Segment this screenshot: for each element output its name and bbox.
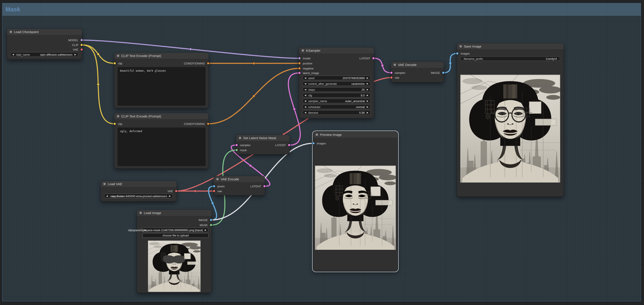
node-clip-text-encode-positive[interactable]: CLIP Text Encode (Prompt) clip CONDITION… — [114, 53, 208, 108]
arrow-right-icon[interactable]: ▶ — [367, 100, 368, 102]
cfg-widget[interactable]: ◀ cfg 8.0 ▶ — [302, 93, 370, 98]
output-slot-mask[interactable]: MASK — [200, 223, 212, 226]
node-load-checkpoint[interactable]: Load Checkpoint MODEL CLIP VAE ◀ ckpt_na… — [7, 29, 82, 59]
clip-input-port[interactable] — [113, 122, 116, 125]
output-slot-image[interactable]: IMAGE — [431, 71, 445, 74]
node-clip-text-encode-negative[interactable]: CLIP Text Encode (Prompt) clip CONDITION… — [114, 113, 208, 168]
node-header[interactable]: Set Latent Noise Mask — [236, 135, 290, 141]
input-slot-model[interactable]: model — [298, 57, 310, 60]
latent-output-port[interactable] — [263, 185, 266, 188]
group-mask-header[interactable]: Mask — [2, 3, 641, 16]
samples-input-port[interactable] — [235, 144, 238, 147]
input-slot-negative[interactable]: negative — [298, 67, 314, 70]
arrow-left-icon[interactable]: ◀ — [304, 83, 306, 85]
scheduler-widget[interactable]: ◀ scheduler normal ▶ — [302, 105, 370, 109]
arrow-left-icon[interactable]: ◀ — [304, 77, 306, 79]
arrow-left-icon[interactable]: ◀ — [304, 100, 306, 102]
node-load-vae[interactable]: Load VAE VAE ◀ vae_name vae-ft-mse-84000… — [101, 181, 177, 201]
input-slot-vae[interactable]: vae — [212, 189, 222, 193]
arrow-left-icon[interactable]: ◀ — [304, 106, 306, 108]
input-slot-samples[interactable]: samples — [235, 144, 250, 147]
latent-output-port[interactable] — [288, 144, 291, 147]
output-slot-vae[interactable]: VAE — [168, 189, 178, 193]
arrow-left-icon[interactable]: ◀ — [106, 195, 108, 197]
arrow-right-icon[interactable]: ▶ — [367, 94, 368, 96]
input-slot-images[interactable]: images — [312, 142, 326, 145]
model-input-port[interactable] — [298, 57, 301, 60]
samples-input-port[interactable] — [390, 71, 393, 74]
arrow-left-icon[interactable]: ◀ — [304, 94, 306, 96]
image-filename-widget[interactable]: ◀ clipspace/clipspace-mask-11487256.8999… — [142, 228, 208, 232]
node-set-latent-noise-mask[interactable]: Set Latent Noise Mask samples mask LATEN… — [236, 135, 290, 154]
model-output-port[interactable] — [80, 39, 83, 42]
output-slot-model[interactable]: MODEL — [68, 39, 83, 42]
input-slot-latent-image[interactable]: latent_image — [298, 71, 319, 75]
image-output-port[interactable] — [210, 218, 212, 221]
input-slot-clip[interactable]: clip — [113, 62, 122, 65]
vae-name-widget[interactable]: ◀ vae_name vae-ft-mse-840000-ema-pruned.… — [104, 194, 173, 198]
vae-input-port[interactable] — [212, 189, 216, 193]
arrow-right-icon[interactable]: ▶ — [169, 195, 171, 197]
arrow-right-icon[interactable]: ▶ — [367, 83, 368, 85]
latent-image-input-port[interactable] — [298, 71, 301, 75]
input-slot-mask[interactable]: mask — [235, 149, 247, 152]
input-slot-positive[interactable]: positive — [298, 62, 312, 65]
arrow-right-icon[interactable]: ▶ — [205, 229, 206, 231]
node-vae-encode[interactable]: VAE Encode pixels vae LATENT — [214, 176, 265, 195]
comfyui-canvas[interactable]: { "group": { "title": "Mask" }, "icons":… — [0, 0, 644, 305]
output-slot-latent[interactable]: LATENT — [360, 57, 375, 60]
arrow-left-icon[interactable]: ◀ — [304, 112, 306, 114]
vae-output-port[interactable] — [175, 189, 178, 193]
images-input-port[interactable] — [312, 142, 315, 145]
steps-widget[interactable]: ◀ steps 25 ▶ — [302, 87, 370, 92]
latent-output-port[interactable] — [372, 57, 375, 60]
images-input-port[interactable] — [456, 52, 459, 55]
negative-input-port[interactable] — [298, 67, 301, 70]
ckpt-name-widget[interactable]: ◀ ckpt_name epic-diffusion.safetensors ▶ — [10, 52, 78, 57]
arrow-right-icon[interactable]: ▶ — [367, 77, 368, 79]
input-slot-samples[interactable]: samples — [390, 71, 405, 74]
output-slot-clip[interactable]: CLIP — [72, 43, 83, 47]
arrow-right-icon[interactable]: ▶ — [367, 112, 368, 114]
sampler-name-widget[interactable]: ◀ sampler_name euler_ancestral ▶ — [302, 99, 370, 103]
arrow-left-icon[interactable]: ◀ — [12, 54, 14, 56]
positive-prompt-textarea[interactable]: beautiful woman, dark glasses — [118, 67, 206, 106]
output-slot-conditioning[interactable]: CONDITIONING — [184, 122, 210, 125]
node-header[interactable]: Save Image — [457, 43, 564, 50]
node-header[interactable]: KSampler — [299, 47, 374, 54]
node-vae-decode[interactable]: VAE Decode samples vae IMAGE — [391, 62, 444, 82]
control-after-generate-widget[interactable]: ◀ control_after_generate randomize ▶ — [302, 81, 370, 86]
conditioning-output-port[interactable] — [207, 62, 210, 65]
mask-output-port[interactable] — [210, 223, 212, 226]
arrow-left-icon[interactable]: ◀ — [304, 89, 306, 91]
input-slot-images[interactable]: images — [456, 52, 470, 55]
output-slot-vae[interactable]: VAE — [73, 48, 83, 51]
conditioning-output-port[interactable] — [207, 122, 210, 125]
output-slot-latent[interactable]: LATENT — [275, 144, 291, 147]
node-load-image[interactable]: Load Image IMAGE MASK ◀ clipspace/clipsp… — [137, 210, 212, 293]
node-load-checkpoint-header[interactable]: Load Checkpoint — [7, 29, 82, 35]
node-header[interactable]: Load Image — [137, 210, 212, 216]
node-header[interactable]: CLIP Text Encode (Prompt) — [114, 53, 208, 59]
seed-widget[interactable]: ◀ seed 20375769292869 ▶ — [302, 76, 370, 80]
clip-input-port[interactable] — [113, 62, 116, 65]
choose-file-button[interactable]: choose file to upload — [142, 233, 208, 238]
node-header[interactable]: CLIP Text Encode (Prompt) — [114, 113, 208, 120]
node-header[interactable]: Preview Image — [313, 131, 398, 138]
vae-output-port[interactable] — [80, 48, 83, 51]
clip-output-port[interactable] — [80, 43, 83, 47]
node-ksampler[interactable]: KSampler model positive negative latent_… — [299, 47, 374, 118]
positive-input-port[interactable] — [298, 62, 301, 65]
image-output-port[interactable] — [442, 71, 445, 74]
negative-prompt-textarea[interactable]: ugly, deformed — [118, 128, 206, 166]
node-header[interactable]: VAE Encode — [214, 176, 265, 182]
input-slot-pixels[interactable]: pixels — [212, 185, 224, 188]
node-header[interactable]: VAE Decode — [391, 62, 444, 68]
filename-prefix-widget[interactable]: filename_prefix ComfyUI — [460, 56, 560, 61]
output-slot-latent[interactable]: LATENT — [250, 185, 266, 188]
output-slot-conditioning[interactable]: CONDITIONING — [184, 62, 210, 65]
node-save-image[interactable]: Save Image images filename_prefix ComfyU… — [457, 43, 564, 197]
mask-input-port[interactable] — [235, 149, 238, 152]
output-slot-image[interactable]: IMAGE — [198, 218, 212, 221]
pixels-input-port[interactable] — [212, 185, 216, 188]
